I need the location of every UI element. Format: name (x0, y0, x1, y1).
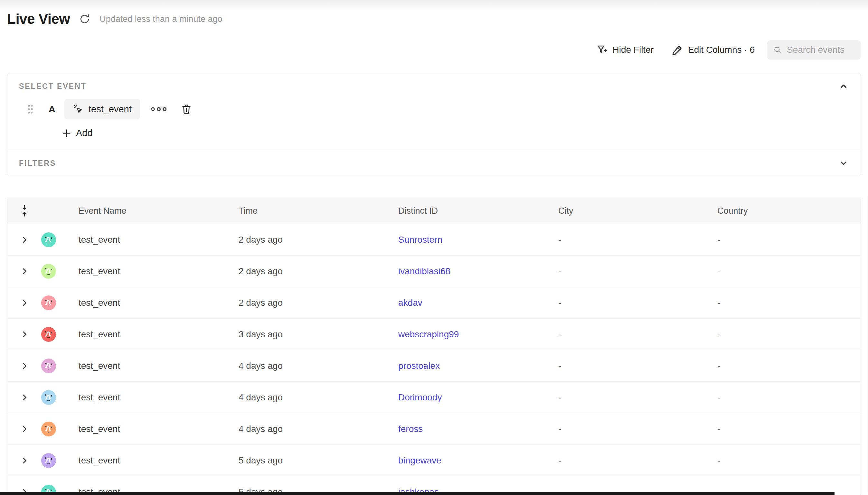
chevron-right-icon (20, 236, 29, 244)
distinct-id-link[interactable]: prostoalex (398, 361, 440, 371)
row-expand-button[interactable] (20, 362, 29, 370)
time-cell: 4 days ago (239, 361, 398, 371)
bottom-edge-bar (0, 492, 835, 495)
event-chip-label: test_event (88, 104, 132, 115)
column-header-city: City (558, 206, 717, 216)
events-table: Event Name Time Distinct ID City Country… (7, 198, 861, 495)
event-name-cell: test_event (79, 298, 239, 308)
row-expand-button[interactable] (20, 299, 29, 307)
drag-handle-icon[interactable] (27, 104, 34, 115)
user-avatar (41, 295, 56, 310)
user-avatar (41, 264, 56, 279)
event-name-cell: test_event (79, 329, 239, 340)
add-event-button[interactable]: Add (62, 128, 848, 138)
city-cell: - (558, 329, 717, 340)
time-cell: 3 days ago (239, 329, 398, 340)
chevron-right-icon (20, 393, 29, 402)
event-name-cell: test_event (79, 392, 239, 403)
top-fade (0, 0, 868, 11)
chevron-right-icon (20, 362, 29, 370)
distinct-id-link[interactable]: bingewave (398, 456, 441, 465)
filters-section[interactable]: FILTERS (7, 150, 861, 176)
city-cell: - (558, 266, 717, 276)
refresh-button[interactable] (78, 13, 91, 25)
more-options-button[interactable] (150, 106, 167, 112)
search-input[interactable] (787, 45, 854, 55)
delete-event-button[interactable] (181, 103, 192, 115)
distinct-id-link[interactable]: akdav (398, 298, 422, 308)
user-avatar (41, 359, 56, 373)
chevron-up-icon (839, 82, 848, 91)
event-name-cell: test_event (79, 424, 239, 434)
user-avatar (41, 327, 56, 342)
table-header-row: Event Name Time Distinct ID City Country (7, 198, 861, 224)
distinct-id-link[interactable]: ivandiblasi68 (398, 266, 450, 276)
select-event-label: SELECT EVENT (19, 82, 87, 91)
collapse-section-button[interactable] (839, 82, 848, 91)
event-name-cell: test_event (79, 361, 239, 371)
table-row[interactable]: test_event 3 days ago webscraping99 - - (7, 319, 861, 350)
table-row[interactable]: test_event 4 days ago prostoalex - - (7, 350, 861, 382)
row-expand-button[interactable] (20, 456, 29, 465)
collapse-all-rows-button[interactable] (7, 205, 41, 217)
query-builder-panel: SELECT EVENT A (7, 73, 861, 176)
updated-status-text: Updated less than a minute ago (100, 14, 222, 24)
distinct-id-link[interactable]: webscraping99 (398, 329, 459, 339)
row-expand-button[interactable] (20, 236, 29, 244)
event-row-letter: A (49, 104, 55, 115)
distinct-id-link[interactable]: feross (398, 424, 423, 434)
event-name-cell: test_event (79, 456, 239, 466)
table-row[interactable]: test_event 4 days ago Dorimoody - - (7, 382, 861, 413)
table-row[interactable]: test_event 2 days ago akdav - - (7, 287, 861, 319)
row-expand-button[interactable] (20, 425, 29, 433)
country-cell: - (717, 235, 861, 245)
edit-columns-button[interactable]: Edit Columns · 6 (671, 44, 755, 56)
chevron-down-icon (839, 158, 848, 168)
table-body: test_event 2 days ago Sunrostern - - tes… (7, 224, 861, 495)
ellipsis-icon (150, 106, 167, 112)
chevron-right-icon (20, 299, 29, 307)
row-expand-button[interactable] (20, 393, 29, 402)
country-cell: - (717, 329, 861, 340)
distinct-id-link[interactable]: Sunrostern (398, 235, 442, 244)
chevron-right-icon (20, 267, 29, 275)
event-name-cell: test_event (79, 235, 239, 245)
hide-filter-button[interactable]: Hide Filter (596, 44, 653, 56)
collapse-vertical-icon (20, 205, 29, 217)
expand-filters-button[interactable] (839, 158, 848, 168)
time-cell: 5 days ago (239, 456, 398, 466)
table-row[interactable]: test_event 2 days ago Sunrostern - - (7, 224, 861, 256)
column-header-country: Country (717, 206, 861, 216)
city-cell: - (558, 298, 717, 308)
city-cell: - (558, 424, 717, 434)
trash-icon (181, 103, 192, 115)
user-avatar (41, 233, 56, 247)
city-cell: - (558, 361, 717, 371)
chevron-right-icon (20, 456, 29, 465)
distinct-id-link[interactable]: Dorimoody (398, 392, 442, 402)
city-cell: - (558, 392, 717, 403)
city-cell: - (558, 456, 717, 466)
time-cell: 4 days ago (239, 424, 398, 434)
event-selector-chip[interactable]: test_event (64, 99, 140, 119)
time-cell: 2 days ago (239, 298, 398, 308)
table-row[interactable]: test_event 4 days ago feross - - (7, 413, 861, 445)
user-avatar (41, 453, 56, 468)
row-expand-button[interactable] (20, 267, 29, 275)
row-expand-button[interactable] (20, 330, 29, 339)
column-header-time: Time (239, 206, 398, 216)
table-row[interactable]: test_event 5 days ago bingewave - - (7, 445, 861, 476)
column-header-distinct-id: Distinct ID (398, 206, 558, 216)
column-header-event-name: Event Name (79, 206, 239, 216)
page-header: Live View Updated less than a minute ago (7, 11, 222, 27)
country-cell: - (717, 456, 861, 466)
time-cell: 2 days ago (239, 266, 398, 276)
event-name-cell: test_event (79, 266, 239, 276)
table-row[interactable]: test_event 2 days ago ivandiblasi68 - - (7, 256, 861, 287)
country-cell: - (717, 361, 861, 371)
search-box[interactable] (767, 40, 861, 59)
user-avatar (41, 422, 56, 437)
user-avatar (41, 390, 56, 405)
plus-icon (62, 129, 71, 138)
pencil-icon (671, 44, 683, 56)
